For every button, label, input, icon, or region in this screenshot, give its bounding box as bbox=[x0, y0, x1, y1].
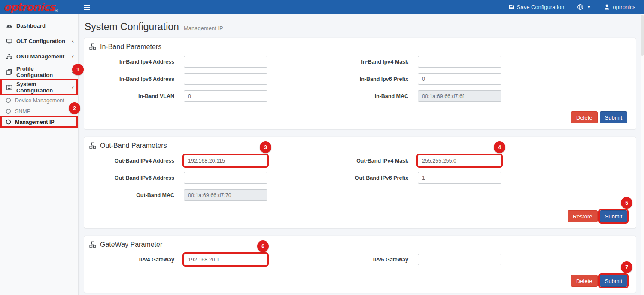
user-icon bbox=[604, 4, 610, 10]
sidebar-item-label: Device Management bbox=[15, 98, 64, 104]
ipv6-gateway-input[interactable] bbox=[418, 254, 501, 265]
gateway-form: IPv4 GateWay 6 IPv6 GateWay bbox=[88, 254, 632, 265]
outband-ipv4-mask-input[interactable] bbox=[418, 155, 501, 166]
form-row: In-Band Ipv4 Mask bbox=[322, 56, 632, 68]
form-row: Out-Band MAC bbox=[88, 189, 322, 201]
field-label: In-Band VLAN bbox=[88, 93, 174, 99]
sitemap-icon bbox=[6, 53, 12, 60]
inband-vlan-input[interactable] bbox=[184, 90, 267, 102]
circle-icon bbox=[6, 119, 11, 125]
inband-submit-button[interactable]: Submit bbox=[600, 111, 627, 123]
main-content: System Configuration Management IP In-Ba… bbox=[79, 14, 641, 295]
topbar: optronics® Save Configuration ▼ optronic… bbox=[0, 0, 644, 14]
topbar-right: Save Configuration ▼ optronics bbox=[509, 4, 644, 10]
form-row: IPv6 GateWay bbox=[322, 254, 632, 265]
language-dropdown[interactable]: ▼ bbox=[577, 4, 591, 10]
outband-ipv4-address-input[interactable] bbox=[184, 155, 267, 166]
inband-actions: Delete Submit bbox=[88, 111, 627, 123]
inband-ipv4-address-input[interactable] bbox=[184, 56, 267, 68]
inband-ipv6-address-input[interactable] bbox=[184, 73, 267, 85]
chevron-left-icon: ‹ bbox=[72, 37, 74, 44]
brand-logo: optronics® bbox=[0, 0, 79, 14]
page-title: System Configuration bbox=[85, 21, 179, 33]
form-row: In-Band Ipv6 Address bbox=[88, 73, 322, 85]
sidebar-item-label: System Configuration bbox=[16, 81, 68, 94]
outband-parameters-card: Out-Band Parameters Out-Band IPv4 Addres… bbox=[84, 137, 636, 228]
outband-section-title: Out-Band Parameters bbox=[89, 142, 632, 150]
field-label: Out-Band IPv6 Address bbox=[88, 175, 174, 181]
form-row: Out-Band IPv4 Address 3 bbox=[88, 155, 322, 166]
cubes-icon bbox=[89, 142, 96, 149]
field-label: Out-Band MAC bbox=[88, 192, 174, 198]
caret-down-icon: ▼ bbox=[587, 5, 591, 9]
circle-icon bbox=[6, 108, 11, 114]
page-subtitle: Management IP bbox=[184, 25, 223, 31]
brand-text: optronics bbox=[3, 2, 55, 12]
sidebar-toggle-icon[interactable] bbox=[84, 5, 90, 10]
copy-icon bbox=[6, 69, 12, 75]
field-label: IPv6 GateWay bbox=[322, 257, 408, 263]
field-label: Out-Band IPv6 Prefix bbox=[322, 175, 408, 181]
gateway-submit-button[interactable]: Submit bbox=[600, 275, 627, 287]
cubes-icon bbox=[89, 43, 96, 50]
outband-restore-button[interactable]: Restore bbox=[568, 210, 598, 222]
sidebar-item-profile-configuration[interactable]: Profile Configuration ‹ bbox=[1, 64, 77, 80]
sidebar-item-olt-configuration[interactable]: OLT Configuration ‹ bbox=[1, 33, 77, 49]
form-row: In-Band Ipv4 Address bbox=[88, 56, 322, 68]
field-label: Out-Band IPv4 Address bbox=[88, 158, 174, 164]
sidebar-item-device-management[interactable]: Device Management bbox=[1, 95, 77, 106]
chevron-left-icon: ‹ bbox=[72, 68, 74, 75]
sidebar: Dashboard OLT Configuration ‹ ONU Manage… bbox=[0, 14, 79, 295]
desktop-icon bbox=[6, 38, 12, 44]
scrollbar-thumb[interactable] bbox=[641, 15, 644, 56]
cubes-icon bbox=[89, 241, 96, 248]
inband-parameters-card: In-Band Parameters In-Band Ipv4 Address … bbox=[84, 38, 636, 129]
sidebar-item-snmp[interactable]: SNMP bbox=[1, 106, 77, 117]
sidebar-item-system-configuration[interactable]: System Configuration ‹ 1 bbox=[1, 80, 77, 95]
circle-icon bbox=[6, 98, 11, 103]
username-label: optronics bbox=[613, 4, 635, 10]
sidebar-item-label: Dashboard bbox=[16, 22, 46, 29]
form-row-empty bbox=[322, 189, 632, 201]
inband-section-title: In-Band Parameters bbox=[89, 43, 632, 51]
field-label: In-Band Ipv6 Address bbox=[88, 76, 174, 82]
sidebar-item-label: OLT Configuration bbox=[16, 38, 65, 44]
field-label: In-Band Ipv4 Mask bbox=[322, 59, 408, 65]
vertical-scrollbar[interactable] bbox=[641, 14, 644, 295]
registered-mark: ® bbox=[55, 9, 58, 14]
chevron-left-icon: ‹ bbox=[72, 53, 74, 60]
chevron-left-icon: ‹ bbox=[72, 84, 74, 91]
page-header: System Configuration Management IP bbox=[79, 14, 641, 38]
save-configuration-label: Save Configuration bbox=[517, 4, 565, 10]
inband-ipv4-mask-input[interactable] bbox=[418, 56, 501, 68]
save-icon bbox=[6, 84, 12, 91]
form-row: Out-Band IPv6 Address bbox=[88, 172, 322, 184]
sidebar-item-onu-management[interactable]: ONU Management ‹ bbox=[1, 49, 77, 64]
field-label: In-Band Ipv4 Address bbox=[88, 59, 174, 65]
outband-submit-button[interactable]: Submit bbox=[600, 210, 627, 222]
ipv4-gateway-input[interactable] bbox=[184, 254, 267, 265]
gateway-parameter-card: GateWay Parameter IPv4 GateWay 6 IPv6 Ga… bbox=[84, 236, 636, 293]
globe-icon bbox=[577, 4, 583, 10]
outband-ipv6-address-input[interactable] bbox=[184, 172, 267, 184]
floppy-icon bbox=[509, 4, 514, 10]
field-label: In-Band Ipv6 Prefix bbox=[322, 76, 408, 82]
sidebar-item-management-ip[interactable]: Management IP 2 bbox=[1, 117, 77, 127]
inband-delete-button[interactable]: Delete bbox=[571, 111, 598, 123]
outband-form: Out-Band IPv4 Address 3 Out-Band IPv4 Ma… bbox=[88, 155, 632, 201]
user-menu[interactable]: optronics bbox=[604, 4, 635, 10]
sidebar-item-label: SNMP bbox=[15, 108, 30, 114]
form-row: Out-Band IPv6 Prefix bbox=[322, 172, 632, 184]
outband-ipv6-prefix-input[interactable] bbox=[418, 172, 501, 184]
form-row: In-Band MAC bbox=[322, 90, 632, 102]
sidebar-item-dashboard[interactable]: Dashboard bbox=[1, 18, 77, 33]
field-label: IPv4 GateWay bbox=[88, 257, 174, 263]
inband-ipv6-prefix-input[interactable] bbox=[418, 73, 501, 85]
sidebar-item-label: ONU Management bbox=[16, 53, 64, 60]
gateway-actions: Delete Submit 7 bbox=[88, 275, 627, 287]
gateway-delete-button[interactable]: Delete bbox=[571, 275, 598, 287]
form-row: IPv4 GateWay 6 bbox=[88, 254, 322, 265]
sidebar-item-label: Profile Configuration bbox=[16, 65, 68, 78]
save-configuration-button[interactable]: Save Configuration bbox=[509, 4, 565, 10]
gateway-section-title: GateWay Parameter bbox=[89, 241, 632, 249]
